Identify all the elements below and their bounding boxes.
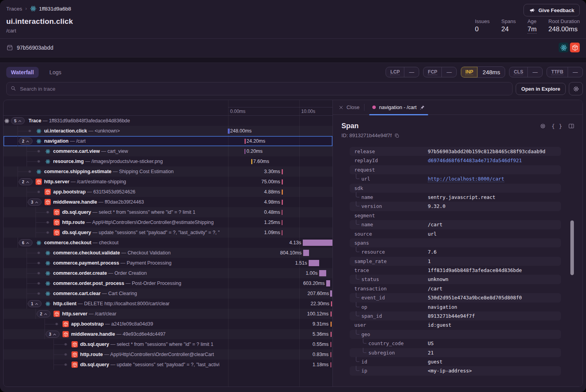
pin-icon[interactable] — [420, 105, 425, 110]
timeline-minimap — [228, 107, 332, 107]
waterfall-row[interactable]: http.route — App\Http\Controllers\OrderC… — [4, 349, 332, 360]
waterfall-row[interactable]: db.sql.query — update "sessions" set "pa… — [4, 360, 332, 370]
tree-elbow — [363, 338, 366, 344]
web-vital-fcp[interactable]: FCP — — [423, 67, 457, 77]
waterfall-row[interactable]: 3 middleware.handle — 49e93cd6e4dc4497 5… — [4, 329, 332, 339]
web-vital-inp[interactable]: INP 248ms — [461, 66, 505, 78]
span-description: a241fe09c8a04d39 — [111, 321, 153, 327]
attribute-row[interactable]: name /cart — [350, 220, 561, 229]
span-count-badge[interactable]: 5 — [11, 117, 25, 124]
waterfall-row[interactable]: commerce.cart.view — cart_view 0.20ms — [4, 146, 332, 156]
waterfall-row[interactable]: 6 commerce.checkout — checkout 4.13s — [4, 238, 332, 248]
waterfall-row[interactable]: commerce.checkout.validate — Checkout Va… — [4, 248, 332, 258]
waterfall-row[interactable]: ui.interaction.click — <unknown> 248.00m… — [4, 126, 332, 136]
waterfall-row[interactable]: db.sql.query — select * from "sessions" … — [4, 207, 332, 217]
span-label: ui.interaction.click — <unknown> — [44, 128, 120, 134]
focus-target-button[interactable] — [540, 123, 546, 129]
waterfall-row[interactable]: db.sql.query — select * from "sessions" … — [4, 339, 332, 349]
waterfall-row[interactable]: app.bootstrap — 631f3453d9524626 4.88ms — [4, 187, 332, 197]
waterfall-row[interactable]: commerce.order.post_process — Post-Order… — [4, 278, 332, 288]
attribute-row[interactable]: event_id 530d2d951e4743a9bce8e8d705d808f… — [350, 293, 561, 302]
attribute-row[interactable]: id guest — [350, 357, 561, 366]
attribute-row[interactable]: subregion 21 — [350, 348, 561, 357]
span-count-badge[interactable]: 1 — [28, 300, 41, 307]
span-description: cart_view — [107, 149, 128, 154]
attribute-row[interactable]: segment — [350, 211, 561, 220]
waterfall-row[interactable]: 2 http.server — /cart/estimate-shipping … — [4, 177, 332, 187]
tree-elbow — [356, 274, 359, 279]
span-label: middleware.handle — ff0dae2b39f24463 — [53, 199, 144, 205]
attribute-row[interactable]: replayId d69746d68f6f4483a4e717da546df92… — [350, 156, 561, 165]
attribute-row[interactable]: name sentry.javascript.react — [350, 193, 561, 202]
laravel-icon — [54, 311, 60, 317]
span-count-badge[interactable]: 3 — [28, 199, 41, 206]
waterfall-row[interactable]: 1 http.client — DELETE http://localhost:… — [4, 299, 332, 309]
waterfall-row[interactable]: app.bootstrap — a241fe09c8a04d39 9.31ms — [4, 319, 332, 329]
waterfall-row[interactable]: commerce.cart.clear — Cart Clearing 207.… — [4, 288, 332, 299]
span-count-badge[interactable]: 2 — [19, 178, 32, 185]
span-description: 49e93cd6e4dc4497 — [123, 331, 166, 337]
attribute-row[interactable]: request — [350, 165, 561, 174]
span-duration-bar — [331, 311, 332, 317]
span-op: db.sql.query — [80, 362, 109, 367]
open-in-explore-button[interactable]: Open in Explore — [516, 83, 566, 95]
web-vital-cls[interactable]: CLS — — [509, 67, 543, 77]
attribute-row[interactable]: source url — [350, 229, 561, 238]
breadcrumb-traces-link[interactable]: Traces — [6, 6, 22, 12]
attribute-value: d69746d68f6f4483a4e717da546df921 — [428, 158, 522, 163]
layout-columns-button[interactable] — [568, 123, 575, 129]
span-count-badge[interactable]: 3 — [46, 331, 59, 338]
attribute-row[interactable]: geo — [350, 330, 561, 339]
attribute-row[interactable]: version 9.32.0 — [350, 202, 561, 211]
attribute-row[interactable]: transaction /cart — [350, 284, 561, 293]
attribute-row[interactable]: spans — [350, 238, 561, 247]
attribute-row[interactable]: url http://localhost:8000/cart — [350, 174, 561, 183]
web-vital-ttfb[interactable]: TTFB — — [547, 67, 583, 77]
attribute-value: navigation — [428, 304, 457, 310]
waterfall-row[interactable]: 3 middleware.handle — ff0dae2b39f24463 4… — [4, 197, 332, 207]
attribute-row[interactable]: status unknown — [350, 275, 561, 284]
waterfall-row[interactable]: http.route — App\Http\Controllers\OrderC… — [4, 217, 332, 227]
copy-button[interactable] — [394, 133, 400, 138]
settings-button[interactable] — [569, 82, 583, 95]
vital-label: INP — [461, 67, 478, 77]
waterfall-row[interactable]: commerce.order.create — Order Creation 1… — [4, 268, 332, 278]
waterfall-row[interactable]: db.sql.query — update "sessions" set "pa… — [4, 227, 332, 238]
span-count-badge[interactable]: 2 — [37, 310, 50, 317]
waterfall-row[interactable]: 2 http.server — /cart/clear 100.12ms — [4, 309, 332, 319]
scrollbar-thumb[interactable] — [570, 220, 574, 275]
attribute-row[interactable]: release 97b56903abdd20b159c812b8465c88f9… — [350, 147, 561, 156]
attribute-row[interactable]: user id:guest — [350, 320, 561, 329]
span-label: db.sql.query — select * from "sessions" … — [80, 342, 213, 347]
close-details-button[interactable]: Close — [338, 104, 359, 110]
waterfall-row[interactable]: commerce.shipping.estimate — Shipping Co… — [4, 166, 332, 177]
tree-dot — [38, 292, 40, 295]
waterfall-row[interactable]: commerce.payment.process — Payment Proce… — [4, 258, 332, 268]
span-duration: 1.00s — [306, 270, 318, 276]
attribute-row[interactable]: trace 1ff831d9a6b848f3afedace84d836bde — [350, 266, 561, 275]
view-json-button[interactable]: { } — [552, 123, 563, 129]
tab-waterfall[interactable]: Waterfall — [6, 67, 39, 78]
details-tab-navigation-cart[interactable]: navigation - /cart — [369, 100, 428, 115]
attribute-row[interactable]: sample_rate 1 — [350, 257, 561, 266]
waterfall-row[interactable]: 5 Trace — 1ff831d9a6b848f3afedace84d836b… — [4, 116, 332, 126]
attribute-row[interactable]: country_code US — [350, 339, 561, 348]
waterfall-row[interactable]: resource.img — /images/products/vue-stic… — [4, 156, 332, 166]
span-op: commerce.checkout.validate — [53, 250, 120, 256]
react-icon — [45, 270, 51, 276]
attribute-row[interactable]: sdk — [350, 184, 561, 193]
span-count-badge[interactable]: 6 — [19, 239, 32, 246]
megaphone-icon — [529, 7, 535, 13]
span-count-badge[interactable]: 2 — [19, 138, 32, 145]
attribute-row[interactable]: ip <my-ip-address> — [350, 366, 561, 375]
attribute-key: user — [354, 322, 366, 328]
give-feedback-button[interactable]: Give Feedback — [523, 4, 580, 16]
waterfall-row[interactable]: 2 navigation — /cart 24.20ms — [4, 136, 332, 146]
tab-logs[interactable]: Logs — [45, 67, 66, 78]
search-input[interactable] — [6, 82, 513, 95]
attribute-row[interactable]: op navigation — [350, 303, 561, 311]
attribute-row[interactable]: resource 7.6 — [350, 247, 561, 256]
tree-dot — [38, 252, 40, 254]
attribute-row[interactable]: span_id 8913271b44e94f7f — [350, 311, 561, 320]
web-vital-lcp[interactable]: LCP — — [386, 67, 419, 77]
